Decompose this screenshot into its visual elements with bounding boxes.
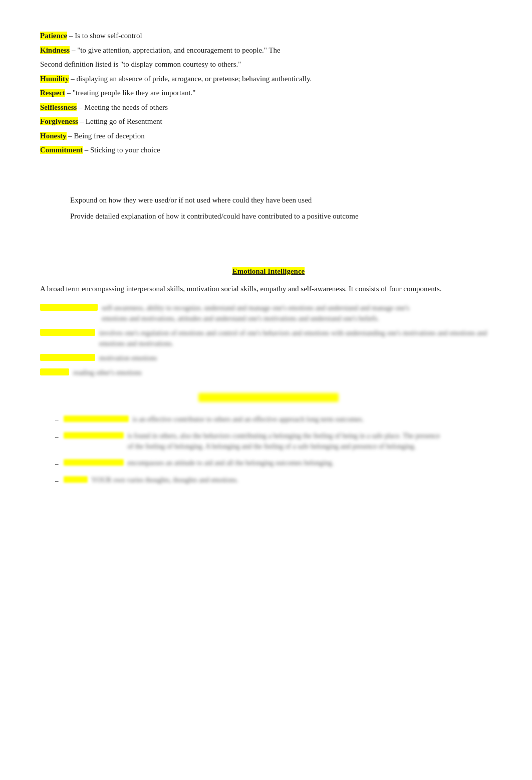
term-def-kindness-second: Second definition listed is "to display …	[40, 60, 241, 68]
term-selflessness: Selflessness – Meeting the needs of othe…	[40, 102, 497, 113]
blurred-label-3	[40, 354, 95, 361]
blurred-text-3: motivation emotions	[99, 353, 497, 363]
term-forgiveness: Forgiveness – Letting go of Resentment	[40, 116, 497, 127]
bullet-item-4-label	[64, 476, 88, 483]
blurred-text-4: reading other's emotions	[73, 367, 497, 378]
term-patience: Patience – Is to show self-control	[40, 30, 497, 42]
blurred-line-4: reading other's emotions	[40, 367, 497, 378]
term-word-forgiveness: Forgiveness	[40, 117, 78, 125]
blurred-line-1: self-awareness, ability to recognize, un…	[40, 303, 497, 324]
term-def-respect: – "treating people like they are importa…	[65, 89, 196, 97]
bullet-item-3: – encompasses an attitude to aid and all…	[55, 458, 497, 469]
blurred-line-2: involves one's regulation of emotions an…	[40, 328, 497, 349]
provide-text: Provide detailed explanation of how it c…	[70, 212, 359, 220]
bullet-item-2-label	[64, 432, 124, 439]
bullet-item-4: – YOUR own varies thoughts, thoughts and…	[55, 475, 497, 486]
blurred-components: self-awareness, ability to recognize, un…	[40, 303, 497, 378]
term-word-humility: Humility	[40, 75, 69, 83]
blurred-label-1	[40, 304, 98, 311]
term-def-humility: – displaying an absence of pride, arroga…	[69, 75, 312, 83]
provide-paragraph: Provide detailed explanation of how it c…	[70, 210, 497, 222]
bullet-item-1-text: is an effective contributor to others an…	[133, 414, 497, 425]
term-commitment: Commitment – Sticking to your choice	[40, 144, 497, 156]
bullet-item-4-text: YOUR own varies thoughts, thoughts and e…	[92, 475, 497, 485]
emotional-intelligence-title: Emotional Intelligence	[40, 267, 497, 276]
term-def-honesty: – Being free of deception	[67, 132, 145, 140]
bullet-item-1-label	[64, 416, 129, 422]
term-word-selflessness: Selflessness	[40, 103, 77, 111]
expound-text: Expound on how they were used/or if not …	[70, 196, 312, 204]
blurred-line-3: motivation emotions	[40, 353, 497, 363]
bullet-item-2: – is found in others, also the behaviors…	[55, 431, 497, 452]
term-humility: Humility – displaying an absence of prid…	[40, 73, 497, 85]
expound-paragraph: Expound on how they were used/or if not …	[70, 194, 497, 206]
term-kindness-second: Second definition listed is "to display …	[40, 59, 497, 70]
bullet-marker-1: –	[55, 415, 59, 425]
emotional-intelligence-title-text: Emotional Intelligence	[232, 267, 305, 275]
term-respect: Respect – "treating people like they are…	[40, 87, 497, 99]
term-def-commitment: – Sticking to your choice	[83, 146, 160, 154]
bullet-marker-4: –	[55, 476, 59, 486]
emotional-intelligence-body: A broad term encompassing interpersonal …	[40, 283, 497, 295]
term-word-honesty: Honesty	[40, 132, 67, 140]
term-def-kindness: – "to give attention, appreciation, and …	[70, 46, 281, 54]
term-word-commitment: Commitment	[40, 146, 83, 154]
terms-list: Patience – Is to show self-control Kindn…	[40, 30, 497, 156]
blurred-text-1: self-awareness, ability to recognize, un…	[102, 303, 497, 324]
term-def-patience: – Is to show self-control	[67, 32, 142, 40]
term-word-patience: Patience	[40, 32, 67, 40]
bullet-item-2-text: is found in others, also the behaviors c…	[128, 431, 497, 452]
term-word-kindness: Kindness	[40, 46, 70, 54]
bullet-item-3-label	[64, 459, 124, 466]
blurred-text-2: involves one's regulation of emotions an…	[99, 328, 497, 349]
term-word-respect: Respect	[40, 89, 65, 97]
center-banner	[40, 393, 497, 404]
bullet-item-3-text: encompasses an attitude to aid and all t…	[128, 458, 497, 468]
term-honesty: Honesty – Being free of deception	[40, 130, 497, 142]
term-def-forgiveness: – Letting go of Resentment	[78, 117, 162, 125]
bullet-list: – is an effective contributor to others …	[55, 414, 497, 486]
center-banner-text	[198, 393, 339, 402]
bullet-marker-3: –	[55, 459, 59, 469]
bullet-marker-2: –	[55, 432, 59, 442]
emotional-intelligence-body-text: A broad term encompassing interpersonal …	[40, 285, 442, 293]
blurred-label-4	[40, 368, 69, 375]
term-def-selflessness: – Meeting the needs of others	[77, 103, 168, 111]
blurred-label-2	[40, 329, 95, 336]
term-kindness: Kindness – "to give attention, appreciat…	[40, 45, 497, 56]
bullet-item-1: – is an effective contributor to others …	[55, 414, 497, 425]
